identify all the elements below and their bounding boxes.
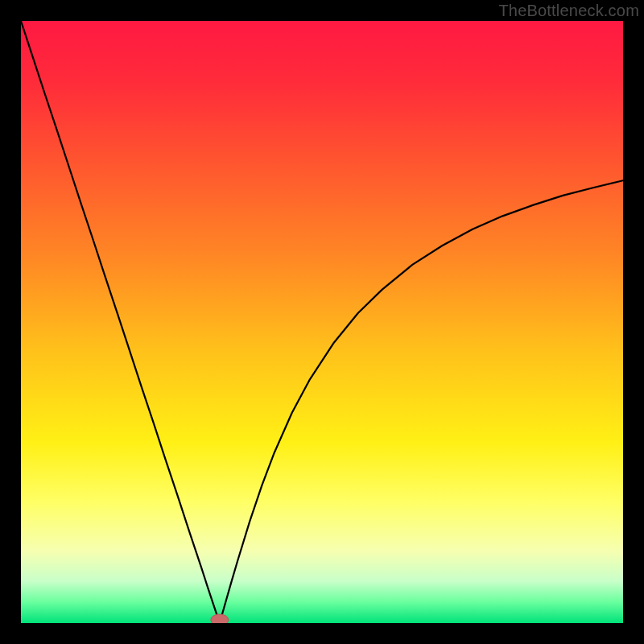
bottleneck-chart — [21, 21, 623, 623]
heat-background — [21, 21, 623, 623]
watermark-text: TheBottleneck.com — [498, 2, 639, 20]
chart-frame — [21, 21, 623, 623]
minimum-marker — [211, 614, 229, 623]
